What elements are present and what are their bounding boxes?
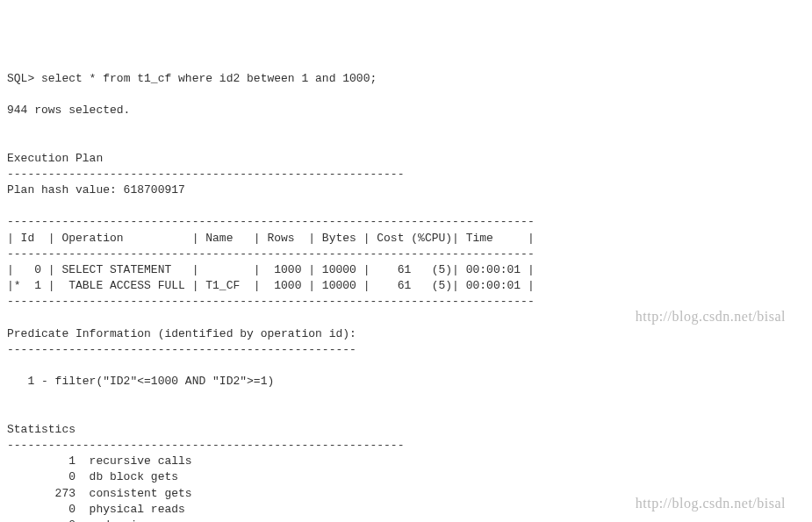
plan-divider: ----------------------------------------… — [7, 215, 535, 228]
sql-command: select * from t1_cf where id2 between 1 … — [41, 72, 377, 85]
plan-row: | 0 | SELECT STATEMENT | | 1000 | 10000 … — [7, 263, 535, 276]
plan-divider: ----------------------------------------… — [7, 247, 535, 261]
plan-header-row: | Id | Operation | Name | Rows | Bytes |… — [7, 232, 535, 245]
rows-selected: 944 rows selected. — [7, 104, 130, 117]
plan-divider: ----------------------------------------… — [7, 295, 535, 308]
predicate-dash: ----------------------------------------… — [7, 343, 356, 356]
stats-dash: ----------------------------------------… — [7, 439, 404, 452]
terminal-output: SQL> select * from t1_cf where id2 betwe… — [7, 71, 805, 522]
stats-block: 1 recursive calls 0 db block gets 273 co… — [7, 454, 349, 522]
plan-hash: Plan hash value: 618700917 — [7, 183, 185, 197]
stats-header: Statistics — [7, 423, 75, 436]
predicate-header: Predicate Information (identified by ope… — [7, 327, 356, 340]
sql-prompt: SQL> — [7, 72, 41, 85]
predicate-line: 1 - filter("ID2"<=1000 AND "ID2">=1) — [7, 375, 274, 388]
exec-plan-dash: ----------------------------------------… — [7, 168, 404, 181]
plan-row: |* 1 | TABLE ACCESS FULL | T1_CF | 1000 … — [7, 279, 535, 292]
exec-plan-header: Execution Plan — [7, 152, 103, 165]
